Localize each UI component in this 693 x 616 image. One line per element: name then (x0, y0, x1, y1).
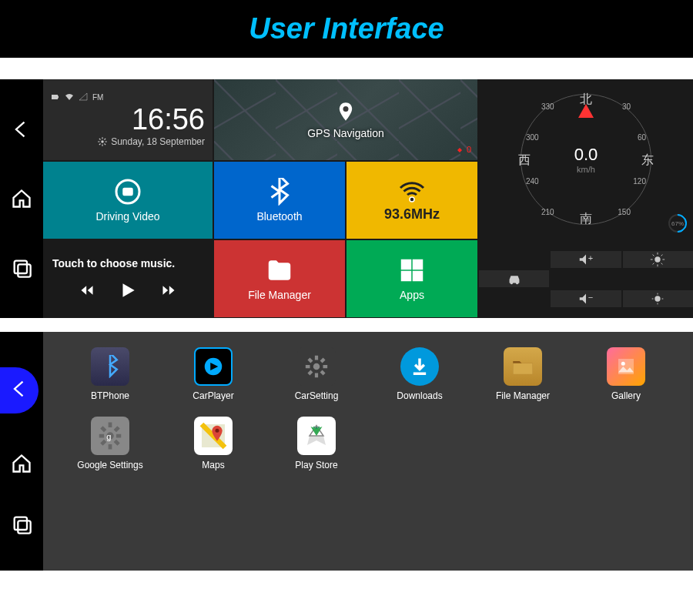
car-icon (506, 270, 523, 287)
app-downloads[interactable]: Downloads (376, 347, 464, 401)
svg-rect-7 (123, 189, 132, 196)
apps-tile[interactable]: Apps (346, 240, 477, 317)
svg-point-16 (655, 256, 661, 262)
speed-value: 0.0 (574, 145, 598, 165)
app-grid: BTPhone CarPlayer CarSetting Downloads F… (66, 347, 670, 470)
maps-icon (194, 417, 233, 455)
rewind-icon[interactable] (79, 283, 95, 298)
car-mode-button[interactable] (479, 270, 549, 287)
compass-east: 东 (641, 152, 654, 169)
svg-rect-12 (413, 272, 423, 281)
app-carsetting[interactable]: CarSetting (273, 347, 360, 401)
svg-point-22 (313, 363, 320, 370)
home-icon[interactable] (11, 453, 32, 474)
banner-title: User Interface (249, 12, 444, 45)
svg-point-8 (410, 197, 414, 202)
app-google-settings[interactable]: g Google Settings (66, 417, 154, 470)
file-manager-icon (504, 347, 542, 386)
play-icon[interactable] (118, 280, 138, 300)
app-carplayer[interactable]: CarPlayer (169, 347, 257, 401)
nav-bar (0, 79, 43, 318)
svg-text:+: + (588, 253, 593, 262)
volume-down-button[interactable]: − (551, 290, 621, 307)
banner: User Interface (0, 0, 693, 58)
app-drawer: BTPhone CarPlayer CarSetting Downloads F… (43, 332, 693, 571)
apps-screen: BTPhone CarPlayer CarSetting Downloads F… (0, 332, 693, 571)
compass-west: 西 (518, 152, 531, 169)
radio-tile[interactable]: 93.6MHz (346, 162, 477, 239)
clock-tile[interactable]: FM 16:56 Sunday, 18 September (43, 79, 213, 160)
recent-icon[interactable] (11, 257, 32, 279)
gps-label: GPS Navigation (307, 127, 384, 139)
home-icon[interactable] (11, 188, 32, 209)
brightness-up-icon (649, 251, 666, 268)
camera-icon (114, 178, 142, 206)
satellite-icon (456, 145, 465, 154)
status-bar: FM (51, 92, 205, 102)
svg-point-18 (655, 296, 661, 301)
back-icon (9, 378, 31, 400)
volume-up-button[interactable]: + (551, 251, 621, 268)
folder-icon (266, 256, 293, 284)
svg-rect-11 (402, 272, 411, 281)
svg-text:g: g (106, 432, 111, 441)
compass-ring: 0.0 km/h 北 东 南 西 330 30 60 120 150 210 2… (521, 94, 651, 225)
svg-point-5 (343, 106, 348, 112)
clock-time: 16:56 (51, 103, 205, 136)
svg-rect-20 (18, 521, 30, 534)
btphone-icon (91, 347, 129, 386)
battery-percent: 67% (668, 214, 687, 233)
brightness-up-button[interactable] (623, 251, 693, 268)
home-grid: FM 16:56 Sunday, 18 September GPS Naviga… (43, 79, 693, 318)
bluetooth-tile[interactable]: Bluetooth (214, 162, 345, 239)
compass-north: 北 (580, 92, 592, 108)
app-filemanager[interactable]: File Manager (479, 347, 567, 401)
svg-point-27 (216, 429, 219, 433)
back-button-active[interactable] (0, 367, 38, 413)
wifi-icon (65, 92, 74, 102)
svg-rect-9 (402, 260, 411, 270)
svg-text:−: − (588, 292, 593, 301)
speed-unit: km/h (574, 165, 598, 174)
compass-south: 南 (580, 211, 592, 227)
app-play-store[interactable]: Play Store (273, 417, 360, 470)
radio-label: FM (92, 93, 103, 102)
driving-video-tile[interactable]: Driving Video (43, 162, 213, 239)
app-gallery[interactable]: Gallery (582, 347, 670, 401)
brightness-down-icon (649, 290, 666, 307)
svg-point-24 (621, 362, 625, 366)
app-maps[interactable]: Maps (169, 417, 257, 470)
signal-icon (79, 92, 88, 102)
gps-tile[interactable]: GPS Navigation 0 (214, 79, 477, 160)
bluetooth-icon (266, 178, 293, 206)
music-tile[interactable]: Touch to choose music. (43, 240, 213, 317)
svg-rect-10 (413, 260, 423, 270)
svg-rect-19 (15, 517, 27, 530)
compass-tile[interactable]: 0.0 km/h 北 东 南 西 330 30 60 120 150 210 2… (479, 79, 693, 239)
music-prompt: Touch to choose music. (52, 257, 175, 270)
apps-grid-icon (398, 256, 426, 284)
nav-bar-2 (0, 332, 43, 571)
clock-date: Sunday, 18 September (51, 136, 205, 147)
radio-signal-icon (398, 179, 426, 206)
carplayer-icon (194, 347, 233, 386)
recent-icon[interactable] (11, 514, 32, 535)
svg-rect-2 (52, 95, 58, 99)
svg-point-14 (510, 282, 513, 285)
home-screen: FM 16:56 Sunday, 18 September GPS Naviga… (0, 79, 693, 318)
volume-up-icon: + (578, 251, 594, 268)
battery-icon (51, 92, 60, 102)
svg-point-4 (101, 140, 104, 143)
file-manager-tile[interactable]: File Manager (214, 240, 345, 317)
svg-point-15 (515, 282, 518, 285)
google-settings-icon: g (91, 417, 129, 455)
forward-icon[interactable] (161, 283, 176, 298)
svg-rect-1 (18, 264, 30, 276)
app-btphone[interactable]: BTPhone (66, 347, 154, 401)
carsetting-icon (297, 347, 336, 386)
svg-rect-0 (15, 261, 27, 273)
back-icon[interactable] (11, 119, 32, 140)
quick-controls: + − (479, 240, 693, 317)
brightness-down-button[interactable] (623, 290, 693, 307)
volume-down-icon: − (578, 290, 594, 307)
